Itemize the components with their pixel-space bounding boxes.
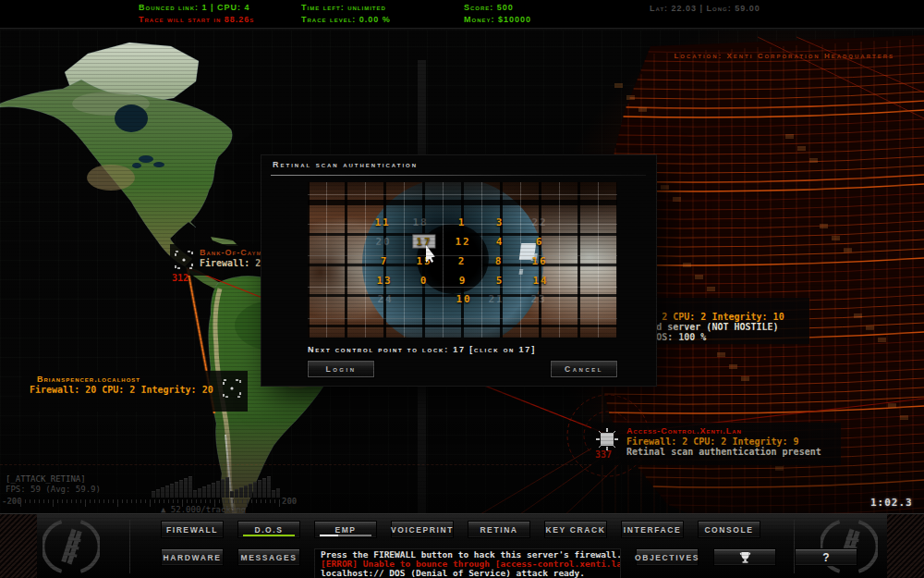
login-button[interactable]: Login xyxy=(308,361,374,377)
panel-edge-right xyxy=(887,514,924,578)
help-button[interactable]: ? xyxy=(795,548,857,566)
building-line xyxy=(683,263,691,267)
node-box-access-control[interactable]: Access-Control.Xenti.Lan Firewall: 2 CPU… xyxy=(591,423,841,465)
ruler-tick xyxy=(127,499,128,503)
ruler-tick xyxy=(136,499,137,503)
ruler-tick xyxy=(210,499,211,503)
retina-control-point-4[interactable]: 4 xyxy=(496,236,505,248)
voiceprint-button[interactable]: VOICEPRINT xyxy=(391,521,454,538)
cancel-button[interactable]: Cancel xyxy=(551,361,617,377)
histogram-bar xyxy=(152,491,155,498)
ruler-tick xyxy=(76,499,77,503)
title-divider xyxy=(271,175,646,176)
building-line xyxy=(729,364,737,369)
building-line xyxy=(832,236,840,240)
ruler-tick xyxy=(103,499,104,503)
message-console[interactable]: Press the FIREWALL button to hack this s… xyxy=(314,548,621,578)
histogram-bar xyxy=(239,487,243,498)
ruler-tick xyxy=(233,499,234,503)
retina-control-point-12[interactable]: 12 xyxy=(455,236,470,248)
ruler-tick xyxy=(30,499,30,503)
key-crack-button[interactable]: KEY CRACK xyxy=(544,521,607,538)
target-reticle-icon xyxy=(174,250,194,270)
retina-control-point-6[interactable]: 6 xyxy=(536,236,544,248)
histogram-bar xyxy=(207,485,211,498)
ruler-tick xyxy=(177,499,178,503)
retina-control-point-3[interactable]: 3 xyxy=(496,216,505,228)
building-line xyxy=(775,466,784,471)
retina-control-point-5[interactable]: 5 xyxy=(496,275,505,287)
objectives-button[interactable]: OBJECTIVES xyxy=(636,548,699,566)
interface-button[interactable]: INTERFACE xyxy=(621,521,684,538)
retina-control-point-1[interactable]: 1 xyxy=(458,216,467,228)
ruler-tick xyxy=(108,499,109,503)
money: Money: $10000 xyxy=(464,15,531,24)
d-o-s-button[interactable]: D.O.S xyxy=(237,521,300,538)
retina-control-point-9[interactable]: 9 xyxy=(459,275,468,287)
node-id-access: 337 xyxy=(595,449,612,460)
target-reticle-icon xyxy=(222,378,242,399)
building-line xyxy=(707,287,715,291)
retina-control-point-8[interactable]: 8 xyxy=(495,255,504,267)
achievements-button[interactable] xyxy=(713,548,776,566)
console-button[interactable]: CONSOLE xyxy=(698,521,760,538)
location-label: Location: Xenti Corporation Headquarters xyxy=(674,52,894,60)
retina-scan-image[interactable]: 11181322201712467152816130951424102123 xyxy=(308,182,617,338)
panel-edge-left xyxy=(0,514,37,578)
retina-control-point-10[interactable]: 10 xyxy=(456,293,471,305)
retina-control-point-16[interactable]: 16 xyxy=(531,255,547,267)
emp-button[interactable]: EMP xyxy=(314,521,377,538)
firewall-button[interactable]: FIREWALL xyxy=(161,521,224,538)
histogram-bar xyxy=(156,489,160,498)
retina-control-point-17[interactable]: 17 xyxy=(413,236,434,248)
control-point-layer: 11181322201712467152816130951424102123 xyxy=(308,182,617,338)
retina-control-point-23[interactable]: 23 xyxy=(530,293,546,305)
console-message: localhost:// DOS (Denial of Service) att… xyxy=(321,569,614,578)
retina-control-point-7[interactable]: 7 xyxy=(381,255,389,267)
retina-control-point-24[interactable]: 24 xyxy=(377,293,393,305)
building-line xyxy=(717,352,725,357)
retina-control-point-18[interactable]: 18 xyxy=(412,216,428,228)
retina-control-point-2[interactable]: 2 xyxy=(458,255,467,267)
ruler-tick xyxy=(168,499,169,503)
time-left: Time left: unlimited xyxy=(301,3,386,12)
building-line xyxy=(900,415,908,420)
ruler-tick xyxy=(201,499,201,503)
node-info-1: Firewall: 2 CPU: 2 Integrity: 9 xyxy=(626,437,833,447)
hardware-button[interactable]: HARDWARE xyxy=(161,548,224,566)
histogram-bar xyxy=(202,486,206,498)
retina-control-point-22[interactable]: 22 xyxy=(531,216,547,228)
score: Score: 500 xyxy=(464,3,514,12)
signal-histogram xyxy=(152,475,281,498)
ruler-tick xyxy=(85,499,86,507)
messages-button[interactable]: MESSAGES xyxy=(237,548,300,566)
histogram-bar xyxy=(175,482,178,498)
ruler-tick xyxy=(25,499,26,503)
retina-control-point-11[interactable]: 11 xyxy=(374,216,390,228)
histogram-bar xyxy=(188,476,192,498)
histogram-bar xyxy=(258,480,261,498)
ruler-tick xyxy=(224,499,225,503)
ruler-tick xyxy=(261,499,261,503)
histogram-bar xyxy=(212,483,215,498)
node-box-brianspencer[interactable]: Brianspencer.localhost Firewall: 20 CPU:… xyxy=(22,371,248,412)
ruler-tick xyxy=(67,499,67,503)
retina-control-point-13[interactable]: 13 xyxy=(376,275,392,287)
ruler-tick xyxy=(57,499,58,503)
toolbar-row-attacks: FIREWALLD.O.SEMPVOICEPRINTRETINAKEY CRAC… xyxy=(161,521,760,538)
ruler-tick xyxy=(219,499,220,503)
retina-control-point-14[interactable]: 14 xyxy=(532,275,548,287)
trophy-icon xyxy=(739,551,751,564)
retina-button[interactable]: RETINA xyxy=(468,521,530,538)
retina-control-point-20[interactable]: 20 xyxy=(375,236,391,248)
building-line xyxy=(844,248,852,252)
lock-instruction: Next control point to lock: 17 [click on… xyxy=(308,345,536,354)
retina-control-point-0[interactable]: 0 xyxy=(420,275,429,287)
map-north-america xyxy=(0,80,238,266)
building-line xyxy=(614,83,623,88)
ruler-tick xyxy=(237,499,238,503)
node-name: Brianspencer.localhost xyxy=(30,374,214,385)
retina-control-point-21[interactable]: 21 xyxy=(488,293,504,305)
control-panel: FIREWALLD.O.SEMPVOICEPRINTRETINAKEY CRAC… xyxy=(0,513,924,578)
histogram-bar xyxy=(161,487,164,498)
